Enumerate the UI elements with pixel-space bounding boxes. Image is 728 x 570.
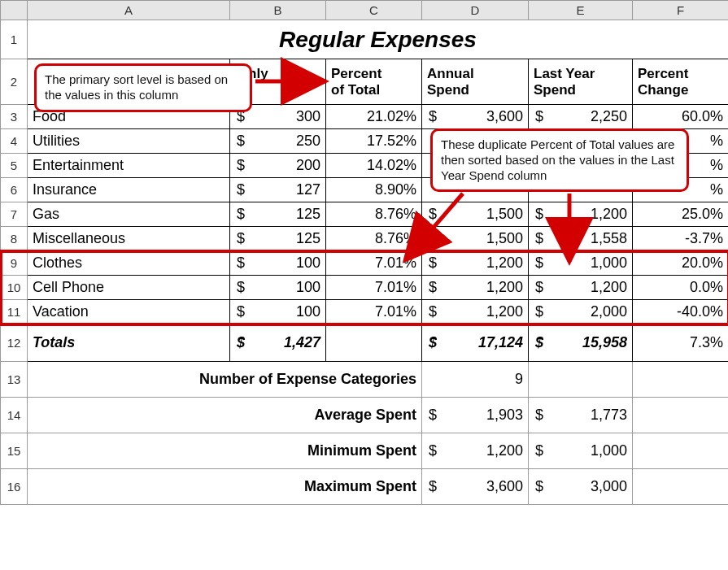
cell-monthly[interactable]: $125 xyxy=(230,202,326,227)
cell-lastyear[interactable]: $1,200 xyxy=(529,202,633,227)
header-percent-change[interactable]: Percent Change xyxy=(633,59,729,105)
cell-change[interactable]: 25.0% xyxy=(633,202,729,227)
totals-change[interactable]: 7.3% xyxy=(633,324,729,362)
row-header-9[interactable]: 9 xyxy=(1,251,28,276)
cell-category[interactable]: Gas xyxy=(28,202,230,227)
col-header-b[interactable]: B xyxy=(230,1,326,20)
currency-symbol: $ xyxy=(235,334,245,351)
row-header-11[interactable]: 11 xyxy=(1,300,28,324)
page-title[interactable]: Regular Expenses xyxy=(28,20,729,59)
totals-annual[interactable]: $17,124 xyxy=(422,324,529,362)
cell-annual[interactable]: $1,500 xyxy=(422,227,529,251)
summary-max-label[interactable]: Maximum Spent xyxy=(28,469,422,505)
header-last-year-spend[interactable]: Last Year Spend xyxy=(529,59,633,105)
empty-cell[interactable] xyxy=(633,469,729,505)
cell-annual[interactable]: $1,200 xyxy=(422,251,529,276)
cell-monthly[interactable]: $200 xyxy=(230,154,326,178)
cell-value: 2,250 xyxy=(591,108,627,125)
table-row: 1 Regular Expenses xyxy=(1,20,729,59)
row-header-10[interactable]: 10 xyxy=(1,276,28,300)
empty-cell[interactable] xyxy=(633,362,729,398)
cell-pct-total[interactable]: 8.76% xyxy=(326,227,422,251)
summary-avg-e[interactable]: $1,773 xyxy=(529,398,633,433)
summary-min-d[interactable]: $1,200 xyxy=(422,433,529,469)
cell-monthly[interactable]: $100 xyxy=(230,276,326,300)
totals-pct[interactable] xyxy=(326,324,422,362)
empty-cell[interactable] xyxy=(633,398,729,433)
cell-category[interactable]: Vacation xyxy=(28,300,230,324)
summary-row-count: 13 Number of Expense Categories 9 xyxy=(1,362,729,398)
cell-change[interactable]: 0.0% xyxy=(633,276,729,300)
col-header-e[interactable]: E xyxy=(529,1,633,20)
cell-lastyear[interactable]: $1,200 xyxy=(529,276,633,300)
cell-category[interactable]: Clothes xyxy=(28,251,230,276)
cell-pct-total[interactable]: 7.01% xyxy=(326,251,422,276)
cell-category[interactable]: Cell Phone xyxy=(28,276,230,300)
cell-pct-total[interactable]: 7.01% xyxy=(326,300,422,324)
cell-change[interactable]: 60.0% xyxy=(633,105,729,129)
cell-change[interactable]: -40.0% xyxy=(633,300,729,324)
col-header-c[interactable]: C xyxy=(326,1,422,20)
cell-lastyear[interactable]: $2,000 xyxy=(529,300,633,324)
totals-monthly[interactable]: $1,427 xyxy=(230,324,326,362)
row-header-15[interactable]: 15 xyxy=(1,433,28,469)
row-header-6[interactable]: 6 xyxy=(1,178,28,202)
col-header-d[interactable]: D xyxy=(422,1,529,20)
cell-change[interactable]: 20.0% xyxy=(633,251,729,276)
cell-lastyear[interactable]: $1,000 xyxy=(529,251,633,276)
header-annual-spend[interactable]: Annual Spend xyxy=(422,59,529,105)
totals-lastyear[interactable]: $15,958 xyxy=(529,324,633,362)
cell-annual[interactable]: $1,500 xyxy=(422,202,529,227)
cell-pct-total[interactable]: 8.76% xyxy=(326,202,422,227)
cell-annual[interactable]: $3,600 xyxy=(422,105,529,129)
empty-cell[interactable] xyxy=(529,362,633,398)
header-percent-total[interactable]: Percent of Total xyxy=(326,59,422,105)
summary-avg-d[interactable]: $1,903 xyxy=(422,398,529,433)
cell-category[interactable]: Entertainment xyxy=(28,154,230,178)
summary-min-e[interactable]: $1,000 xyxy=(529,433,633,469)
row-header-5[interactable]: 5 xyxy=(1,154,28,178)
row-header-13[interactable]: 13 xyxy=(1,362,28,398)
summary-count-label[interactable]: Number of Expense Categories xyxy=(28,362,422,398)
currency-symbol: $ xyxy=(534,108,543,125)
cell-lastyear[interactable]: $1,558 xyxy=(529,227,633,251)
row-header-14[interactable]: 14 xyxy=(1,398,28,433)
summary-max-d[interactable]: $3,600 xyxy=(422,469,529,505)
summary-count-value[interactable]: 9 xyxy=(422,362,529,398)
summary-max-e[interactable]: $3,000 xyxy=(529,469,633,505)
cell-value: 1,558 xyxy=(591,230,627,247)
col-header-a[interactable]: A xyxy=(28,1,230,20)
cell-pct-total[interactable]: 7.01% xyxy=(326,276,422,300)
totals-label[interactable]: Totals xyxy=(28,324,230,362)
row-header-12[interactable]: 12 xyxy=(1,324,28,362)
summary-min-label[interactable]: Minimum Spent xyxy=(28,433,422,469)
cell-pct-total[interactable]: 14.02% xyxy=(326,154,422,178)
row-header-16[interactable]: 16 xyxy=(1,469,28,505)
row-header-3[interactable]: 3 xyxy=(1,105,28,129)
cell-monthly[interactable]: $100 xyxy=(230,300,326,324)
cell-category[interactable]: Insurance xyxy=(28,178,230,202)
cell-annual[interactable]: $1,200 xyxy=(422,300,529,324)
row-header-1[interactable]: 1 xyxy=(1,20,28,59)
cell-monthly[interactable]: $250 xyxy=(230,129,326,154)
currency-symbol: $ xyxy=(427,478,437,495)
cell-monthly[interactable]: $100 xyxy=(230,251,326,276)
col-header-f[interactable]: F xyxy=(633,1,729,20)
empty-cell[interactable] xyxy=(633,433,729,469)
cell-annual[interactable]: $1,200 xyxy=(422,276,529,300)
select-all-corner[interactable] xyxy=(1,1,28,20)
row-header-2[interactable]: 2 xyxy=(1,59,28,105)
cell-category[interactable]: Utilities xyxy=(28,129,230,154)
cell-monthly[interactable]: $127 xyxy=(230,178,326,202)
cell-lastyear[interactable]: $2,250 xyxy=(529,105,633,129)
cell-pct-total[interactable]: 21.02% xyxy=(326,105,422,129)
summary-avg-label[interactable]: Average Spent xyxy=(28,398,422,433)
cell-change[interactable]: -3.7% xyxy=(633,227,729,251)
cell-monthly[interactable]: $125 xyxy=(230,227,326,251)
cell-pct-total[interactable]: 8.90% xyxy=(326,178,422,202)
cell-category[interactable]: Miscellaneous xyxy=(28,227,230,251)
cell-pct-total[interactable]: 17.52% xyxy=(326,129,422,154)
row-header-8[interactable]: 8 xyxy=(1,227,28,251)
row-header-4[interactable]: 4 xyxy=(1,129,28,154)
row-header-7[interactable]: 7 xyxy=(1,202,28,227)
